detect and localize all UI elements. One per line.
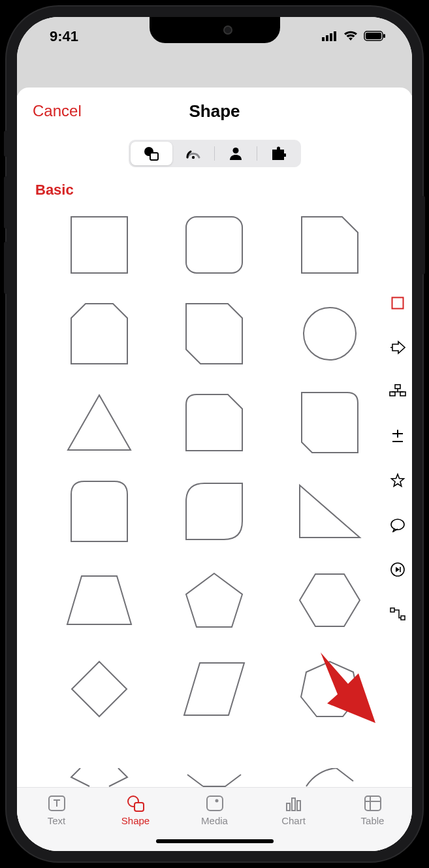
svg-rect-8 xyxy=(150,153,158,160)
category-people[interactable] xyxy=(215,142,257,165)
gauge-icon xyxy=(185,147,202,160)
shape-leaf[interactable] xyxy=(176,481,252,542)
shape-triangle[interactable] xyxy=(61,392,137,453)
svg-rect-21 xyxy=(401,616,405,620)
shape-fold-corner[interactable] xyxy=(176,392,252,453)
shape-rounded-snip[interactable] xyxy=(292,392,368,453)
sheet-header: Cancel Shape xyxy=(17,88,412,127)
status-time: 9:41 xyxy=(50,28,78,45)
shape-square[interactable] xyxy=(61,214,137,276)
svg-rect-14 xyxy=(392,298,404,309)
wifi-icon xyxy=(343,28,358,45)
svg-point-10 xyxy=(232,148,238,153)
rail-media-controls[interactable] xyxy=(389,560,407,579)
tab-table[interactable]: Table xyxy=(343,794,402,826)
cellular-icon xyxy=(322,28,338,45)
phone-frame: 9:41 Cancel Shape xyxy=(7,7,422,861)
svg-point-18 xyxy=(391,519,404,530)
home-indicator[interactable] xyxy=(156,839,274,843)
tab-chart[interactable]: Chart xyxy=(264,794,323,826)
shape-circle[interactable] xyxy=(292,303,368,364)
tab-label: Media xyxy=(201,815,228,826)
svg-rect-2 xyxy=(330,33,332,41)
category-puzzle[interactable] xyxy=(257,142,299,165)
person-icon xyxy=(229,146,243,161)
phone-side-button xyxy=(4,131,8,157)
chart-icon xyxy=(284,794,304,812)
media-icon xyxy=(205,794,225,812)
tab-media[interactable]: Media xyxy=(185,794,244,826)
rail-arrows[interactable] xyxy=(389,338,407,357)
phone-side-button xyxy=(4,176,8,229)
tab-label: Table xyxy=(361,815,385,826)
svg-rect-6 xyxy=(383,34,385,38)
shape-diamond[interactable] xyxy=(61,658,137,720)
svg-rect-16 xyxy=(390,392,395,396)
rail-math[interactable] xyxy=(389,427,407,445)
svg-rect-3 xyxy=(334,31,336,41)
section-label-basic: Basic xyxy=(17,175,412,202)
shape-snip-diagonal[interactable] xyxy=(176,303,252,364)
svg-rect-11 xyxy=(71,217,127,273)
front-camera xyxy=(223,25,232,35)
svg-rect-1 xyxy=(326,35,328,41)
shape-rounded-top-corners[interactable] xyxy=(61,481,137,542)
rail-connectors[interactable] xyxy=(389,605,407,623)
shape-octagon-partial-1[interactable] xyxy=(61,747,137,787)
svg-rect-27 xyxy=(287,803,290,811)
svg-rect-15 xyxy=(395,385,400,389)
svg-rect-30 xyxy=(365,796,381,811)
shape-pentagon[interactable] xyxy=(176,570,252,631)
tab-label: Shape xyxy=(121,815,150,826)
shape-heptagon[interactable] xyxy=(292,658,368,720)
svg-rect-20 xyxy=(390,608,394,612)
tab-label: Chart xyxy=(281,815,306,826)
svg-point-13 xyxy=(304,308,356,360)
tab-text[interactable]: Text xyxy=(27,794,86,826)
sheet-title: Shape xyxy=(189,101,240,121)
text-icon xyxy=(47,794,67,812)
phone-side-button xyxy=(421,196,425,274)
shapes-icon xyxy=(143,146,160,161)
svg-rect-24 xyxy=(135,803,144,811)
shape-grid[interactable] xyxy=(17,202,412,787)
tab-shape[interactable]: Shape xyxy=(106,794,165,826)
shape-category-rail xyxy=(389,294,407,623)
screen: 9:41 Cancel Shape xyxy=(17,17,412,851)
shape-trapezoid[interactable] xyxy=(61,570,137,631)
category-basic-shapes[interactable] xyxy=(131,142,172,165)
battery-icon xyxy=(364,28,386,45)
svg-rect-29 xyxy=(297,801,300,811)
shape-right-triangle[interactable] xyxy=(292,481,368,542)
phone-side-button xyxy=(4,242,8,294)
svg-point-9 xyxy=(191,156,194,159)
shape-octagon-partial-2[interactable] xyxy=(176,747,252,787)
shape-parallelogram[interactable] xyxy=(176,658,252,720)
table-icon xyxy=(363,794,383,812)
svg-rect-5 xyxy=(366,33,381,39)
category-gauges[interactable] xyxy=(172,142,214,165)
svg-rect-0 xyxy=(322,37,325,41)
cancel-button[interactable]: Cancel xyxy=(33,102,82,120)
shape-snip-top-corners[interactable] xyxy=(61,303,137,364)
puzzle-icon xyxy=(270,146,286,161)
shape-rounded-square[interactable] xyxy=(176,214,252,276)
shape-hexagon[interactable] xyxy=(292,570,368,631)
rail-basic-square[interactable] xyxy=(389,294,407,312)
shape-icon xyxy=(126,794,146,812)
shape-snip-corner-rect[interactable] xyxy=(292,214,368,276)
rail-speech[interactable] xyxy=(389,516,407,534)
rail-flowchart[interactable] xyxy=(389,383,407,401)
rail-stars[interactable] xyxy=(389,472,407,490)
svg-rect-25 xyxy=(207,796,223,811)
svg-rect-17 xyxy=(400,392,405,396)
notch xyxy=(150,17,280,43)
tab-label: Text xyxy=(48,815,66,826)
shape-content-area xyxy=(17,202,412,787)
svg-rect-28 xyxy=(292,798,295,811)
svg-point-26 xyxy=(215,799,218,803)
svg-rect-12 xyxy=(186,217,242,273)
insert-sheet: Cancel Shape Basic xyxy=(17,88,412,851)
shape-category-segment xyxy=(129,140,301,167)
shape-quarter-arc[interactable] xyxy=(292,747,368,787)
